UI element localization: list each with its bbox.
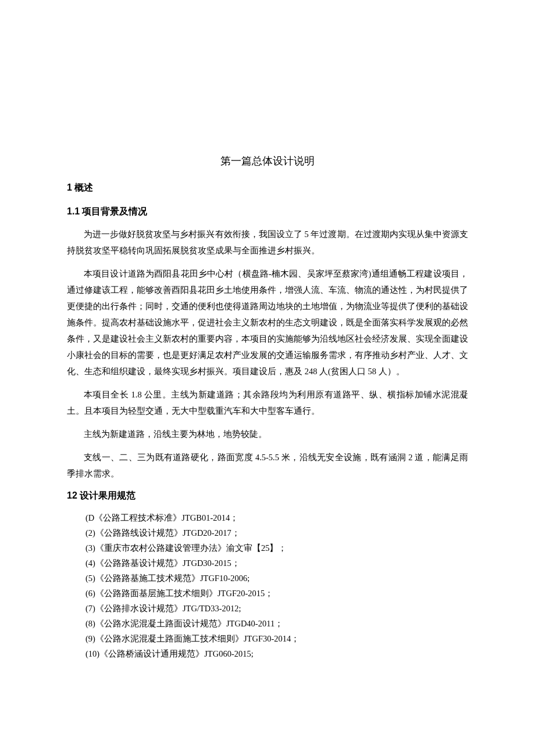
document-title: 第一篇总体设计说明 <box>67 154 468 168</box>
section-1-2-heading: 12设计果用规范 <box>67 490 468 502</box>
spec-item: (8)《公路水泥混凝土路面设计规范》JTGD40-2011； <box>85 616 468 631</box>
paragraph-5: 支线一、二、三为既有道路硬化，路面宽度 4.5-5.5 米，沿线无安全设施，既有… <box>67 449 468 482</box>
spec-item: (7)《公路排水设计规范》JTG/TD33-2012; <box>85 601 468 616</box>
spec-item: (2)《公路路线设计规范》JTGD20-2017； <box>85 525 468 540</box>
paragraph-4: 主线为新建道路，沿线主要为林地，地势较陡。 <box>67 426 468 442</box>
spec-item: (3)《重庆市农村公路建设管理办法》渝文审【25】； <box>85 540 468 556</box>
spec-item: (5)《公路路基施工技术规范》JTGF10-2006; <box>85 571 468 586</box>
spec-item: (6)《公路路面基层施工技术细则》JTGF20-2015； <box>85 586 468 601</box>
section-1-2-num: 12 <box>67 490 77 500</box>
section-1-1-heading: 1.1项目背景及情况 <box>67 206 468 218</box>
spec-list: (D《公路工程技术标准》JTGB01-2014； (2)《公路路线设计规范》JT… <box>85 510 468 661</box>
paragraph-2: 本项目设计道路为酉阳县花田乡中心村（横盘路-楠木园、吴家坪至蔡家湾)通组通畅工程… <box>67 266 468 379</box>
section-1-text: 概述 <box>74 182 93 192</box>
section-1-heading: 1概述 <box>67 182 468 194</box>
paragraph-1: 为进一步做好脱贫攻坚与乡村振兴有效衔接，我国设立了 5 年过渡期。在过渡期内实现… <box>67 226 468 259</box>
section-1-1-text: 项目背景及情况 <box>82 206 147 216</box>
paragraph-3: 本项目全长 1.8 公里。主线为新建道路；其余路段均为利用原有道路平、纵、横指标… <box>67 386 468 419</box>
spec-item: (9)《公路水泥混凝土路面施工技术细则》JTGF30-2014； <box>85 631 468 646</box>
spec-item: (4)《公路路基设计规范》JTGD30-2015； <box>85 556 468 571</box>
section-1-1-num: 1.1 <box>67 206 80 216</box>
spec-item: (10)《公路桥涵设计通用规范》JTG060-2015; <box>85 646 468 661</box>
section-1-num: 1 <box>67 182 72 192</box>
spec-item: (D《公路工程技术标准》JTGB01-2014； <box>85 510 468 525</box>
section-1-2-text: 设计果用规范 <box>80 490 135 500</box>
